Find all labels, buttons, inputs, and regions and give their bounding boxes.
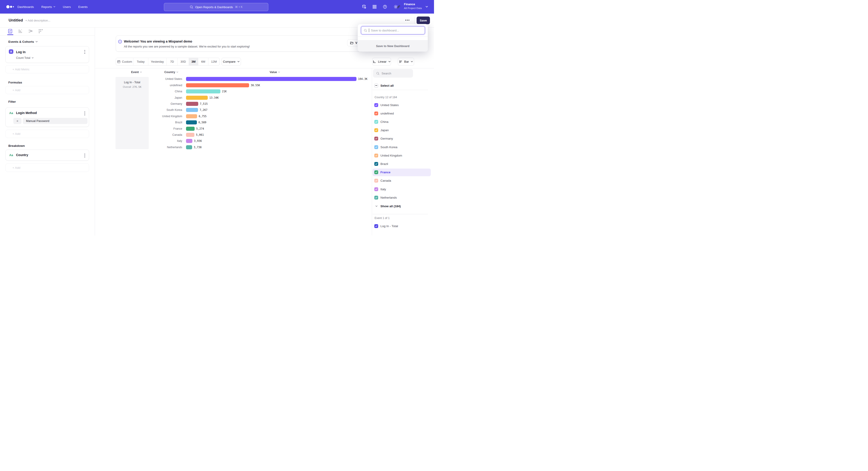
tab-retention-icon[interactable] <box>38 29 43 34</box>
country-filter-row-japan[interactable]: Japan <box>373 126 431 134</box>
country-filter-row-netherlands[interactable]: Netherlands <box>373 194 431 201</box>
date-range-today[interactable]: Today <box>133 58 148 65</box>
checkbox-checked[interactable] <box>374 137 378 141</box>
checkbox-checked[interactable] <box>374 154 378 157</box>
date-range-custom[interactable]: Custom <box>116 58 133 65</box>
date-range-7d[interactable]: 7D <box>166 58 178 65</box>
chart-row[interactable]: Brazil 6,589 <box>95 119 372 125</box>
project-switcher[interactable]: Finance All Project Data <box>404 2 422 10</box>
filter-options-icon[interactable] <box>84 112 85 115</box>
chart-row[interactable]: Italy 3,936 <box>95 138 372 144</box>
tab-flows-icon[interactable] <box>28 29 33 34</box>
checkbox-checked[interactable] <box>374 128 378 132</box>
bar-germany[interactable] <box>186 102 198 106</box>
select-all-checkbox-indeterminate[interactable] <box>374 84 378 88</box>
chart-row[interactable]: Japan 13.34K <box>95 94 372 101</box>
events-cohorts-section-title[interactable]: Events & Cohorts <box>8 40 38 43</box>
checkbox-checked[interactable] <box>374 120 378 124</box>
event-name[interactable]: Log In <box>16 50 26 54</box>
scale-selector-button[interactable]: Linear <box>372 58 391 66</box>
chart-row[interactable]: South Korea 7,267 <box>95 107 372 113</box>
tab-bar-report-icon[interactable] <box>18 29 23 34</box>
bar-brazil[interactable] <box>186 120 197 124</box>
country-filter-row-south-korea[interactable]: South Korea <box>373 143 431 151</box>
report-description-placeholder[interactable]: + Add description... <box>25 19 51 22</box>
select-all-row[interactable]: Select all <box>373 82 431 89</box>
date-range-yesterday[interactable]: Yesterday <box>148 58 166 65</box>
nav-item-users[interactable]: Users <box>63 5 71 8</box>
copy-link-icon[interactable] <box>396 4 401 9</box>
column-header-country[interactable]: Country <box>159 70 184 74</box>
date-range-12m[interactable]: 12M <box>209 58 219 65</box>
bar-netherlands[interactable] <box>186 145 192 149</box>
help-icon[interactable] <box>383 4 387 9</box>
checkbox-checked[interactable] <box>374 103 378 107</box>
checkbox-checked[interactable] <box>374 187 378 191</box>
segment-search-input[interactable]: Search <box>373 69 413 78</box>
aggregation-selector[interactable]: Count Total <box>16 56 34 59</box>
chart-row[interactable]: United Kingdom 6,755 <box>95 113 372 119</box>
bar-china[interactable] <box>186 89 220 93</box>
add-breakdown-button[interactable]: + Add <box>5 163 89 172</box>
chart-row[interactable]: United States 104.3K <box>95 76 372 82</box>
checkbox-checked[interactable] <box>374 196 378 200</box>
country-filter-row-germany[interactable]: Germany <box>373 135 431 143</box>
chart-row[interactable]: Netherlands 3,738 <box>95 144 372 150</box>
country-filter-row-canada[interactable]: Canada <box>373 177 431 185</box>
breakdown-options-icon[interactable] <box>84 154 85 157</box>
event-options-icon[interactable] <box>84 50 85 54</box>
tab-insights-icon[interactable] <box>8 29 13 34</box>
event-filter-row-log-in-total[interactable]: Log In - Total <box>373 222 431 230</box>
date-range-3m[interactable]: 3M <box>189 58 198 65</box>
checkbox-checked[interactable] <box>374 170 378 174</box>
bar-france[interactable] <box>186 127 195 131</box>
checkbox-checked[interactable] <box>374 145 378 149</box>
mixpanel-logo-icon[interactable] <box>6 4 16 9</box>
data-management-icon[interactable] <box>362 4 366 9</box>
chart-row[interactable]: France 5,274 <box>95 125 372 132</box>
compare-button[interactable]: Compare <box>221 58 241 66</box>
chart-row[interactable]: China 21K <box>95 88 372 94</box>
country-filter-row-united-kingdom[interactable]: United Kingdom <box>373 152 431 159</box>
bar-italy[interactable] <box>186 139 192 143</box>
bar-united-kingdom[interactable] <box>186 114 197 118</box>
nav-item-dashboards[interactable]: Dashboards <box>18 5 34 8</box>
column-header-event[interactable]: Event <box>124 70 149 74</box>
country-filter-row-italy[interactable]: Italy <box>373 185 431 193</box>
chart-type-button[interactable]: Bar <box>398 58 414 66</box>
more-options-icon[interactable] <box>405 20 409 21</box>
country-filter-row-brazil[interactable]: Brazil <box>373 160 431 168</box>
chart-row[interactable]: undefined 38.55K <box>95 82 372 88</box>
chart-row[interactable]: Germany 7,515 <box>95 101 372 107</box>
breakdown-card-country[interactable]: Aa Country <box>5 150 89 160</box>
country-filter-row-france[interactable]: France <box>373 169 431 176</box>
report-title[interactable]: Untitled <box>8 18 23 23</box>
bar-united-states[interactable] <box>186 77 356 81</box>
save-to-new-dashboard-button[interactable]: Save to New Dashboard <box>358 40 428 52</box>
date-range-30d[interactable]: 30D <box>178 58 189 65</box>
filter-operator[interactable]: = <box>13 118 22 124</box>
save-button[interactable]: Save <box>416 17 430 24</box>
apps-grid-icon[interactable] <box>372 4 377 9</box>
nav-item-reports[interactable]: Reports <box>41 5 55 8</box>
filter-card-login-method[interactable]: Aa Login Method = Manual Password <box>5 108 89 127</box>
add-formula-button[interactable]: + Add <box>5 86 89 94</box>
bar-undefined[interactable] <box>186 83 249 87</box>
breakdown-property-name[interactable]: Country <box>16 153 28 157</box>
column-header-value[interactable]: Value <box>262 70 287 74</box>
show-all-toggle[interactable]: Show all (184) <box>373 202 431 210</box>
checkbox-checked[interactable] <box>374 179 378 182</box>
nav-item-events[interactable]: Events <box>78 5 88 8</box>
date-range-6m[interactable]: 6M <box>198 58 209 65</box>
chart-row[interactable]: Canada 5,061 <box>95 132 372 138</box>
checkbox-checked[interactable] <box>374 224 378 228</box>
checkbox-checked[interactable] <box>374 112 378 115</box>
add-filter-button[interactable]: + Add <box>5 129 89 138</box>
checkbox-checked[interactable] <box>374 162 378 166</box>
filter-property-name[interactable]: Login Method <box>16 111 37 115</box>
country-filter-row-china[interactable]: China <box>373 118 431 125</box>
filter-value[interactable]: Manual Password <box>23 118 88 124</box>
bar-canada[interactable] <box>186 133 194 137</box>
add-metric-button[interactable]: + Add Metric <box>5 65 89 73</box>
event-card-log-in[interactable]: A Log In Count Total <box>5 46 89 63</box>
